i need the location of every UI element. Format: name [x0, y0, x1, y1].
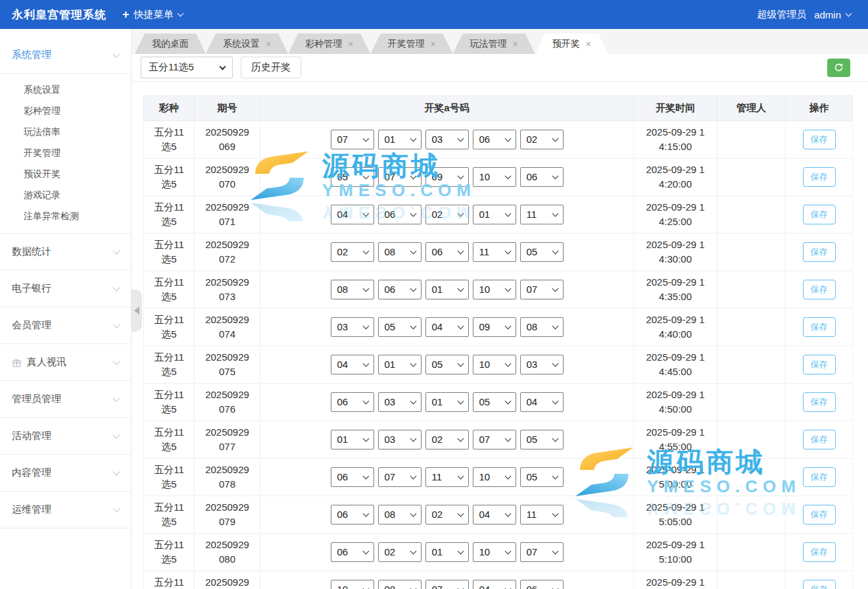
number-select[interactable]: 09 — [473, 317, 516, 337]
number-select[interactable]: 06 — [425, 242, 469, 262]
sidebar-section-1[interactable]: 系统管理 — [0, 37, 131, 74]
number-select[interactable]: 02 — [331, 242, 374, 262]
tab-close-icon[interactable]: × — [266, 39, 271, 49]
sidebar-item-1[interactable]: 系统设置 — [0, 79, 131, 100]
number-select[interactable]: 05 — [331, 167, 374, 187]
tab-3[interactable]: 彩种管理× — [288, 34, 370, 54]
number-select[interactable]: 05 — [520, 242, 564, 262]
tab-close-icon[interactable]: × — [348, 39, 353, 49]
number-select[interactable]: 11 — [520, 505, 564, 525]
sidebar-section-8[interactable]: 内容管理 — [0, 455, 131, 492]
sidebar-item-3[interactable]: 玩法倍率 — [0, 121, 131, 142]
number-select[interactable]: 10 — [473, 167, 516, 187]
number-select[interactable]: 04 — [331, 355, 374, 374]
number-select[interactable]: 04 — [473, 505, 516, 525]
lottery-type-select[interactable]: 五分11选5 — [141, 57, 233, 78]
save-button[interactable]: 保存 — [803, 167, 836, 187]
sidebar-section-7[interactable]: 活动管理 — [0, 418, 131, 455]
save-button[interactable]: 保存 — [803, 580, 836, 589]
number-select[interactable]: 04 — [473, 580, 516, 589]
tab-close-icon[interactable]: × — [513, 39, 518, 49]
save-button[interactable]: 保存 — [803, 505, 836, 525]
number-select[interactable]: 10 — [473, 542, 516, 562]
sidebar-collapse-handle[interactable] — [131, 290, 142, 332]
number-select[interactable]: 04 — [331, 205, 374, 224]
number-select[interactable]: 05 — [520, 467, 564, 487]
tab-6[interactable]: 预开奖× — [535, 34, 608, 54]
sidebar-item-6[interactable]: 游戏记录 — [0, 184, 131, 205]
number-select[interactable]: 02 — [425, 430, 469, 449]
tab-close-icon[interactable]: × — [430, 39, 435, 49]
quick-menu-button[interactable]: + 快捷菜单 — [122, 9, 183, 21]
sidebar-section-4[interactable]: 会员管理 — [0, 307, 131, 344]
number-select[interactable]: 08 — [331, 280, 374, 299]
sidebar-item-2[interactable]: 彩种管理 — [0, 100, 131, 121]
tab-1[interactable]: 我的桌面 — [135, 34, 206, 54]
sidebar-section-6[interactable]: 管理员管理 — [0, 381, 131, 418]
refresh-button[interactable] — [827, 59, 850, 77]
number-select[interactable]: 11 — [473, 242, 516, 262]
number-select[interactable]: 09 — [425, 167, 469, 187]
tab-4[interactable]: 开奖管理× — [370, 34, 452, 54]
number-select[interactable]: 05 — [520, 430, 564, 449]
number-select[interactable]: 08 — [520, 317, 564, 337]
number-select[interactable]: 07 — [378, 467, 422, 487]
number-select[interactable]: 03 — [520, 355, 564, 374]
number-select[interactable]: 06 — [378, 205, 422, 224]
number-select[interactable]: 07 — [331, 130, 374, 149]
number-select[interactable]: 01 — [425, 280, 469, 299]
number-select[interactable]: 06 — [378, 280, 422, 299]
number-select[interactable]: 08 — [378, 242, 422, 262]
number-select[interactable]: 05 — [425, 355, 469, 374]
number-select[interactable]: 11 — [425, 467, 469, 487]
number-select[interactable]: 07 — [425, 580, 469, 589]
tab-2[interactable]: 系统设置× — [206, 34, 288, 54]
number-select[interactable]: 07 — [520, 280, 564, 299]
number-select[interactable]: 10 — [331, 580, 374, 589]
number-select[interactable]: 06 — [520, 167, 564, 187]
tab-close-icon[interactable]: × — [586, 39, 591, 49]
number-select[interactable]: 03 — [378, 430, 422, 449]
save-button[interactable]: 保存 — [803, 317, 836, 337]
number-select[interactable]: 11 — [520, 205, 564, 224]
number-select[interactable]: 05 — [473, 392, 516, 412]
number-select[interactable]: 08 — [378, 580, 422, 589]
sidebar-section-3[interactable]: 电子银行 — [0, 270, 131, 307]
number-select[interactable]: 06 — [331, 467, 374, 487]
save-button[interactable]: 保存 — [803, 467, 836, 487]
number-select[interactable]: 10 — [473, 280, 516, 299]
number-select[interactable]: 01 — [473, 205, 516, 224]
number-select[interactable]: 07 — [378, 167, 422, 187]
number-select[interactable]: 06 — [473, 130, 516, 149]
number-select[interactable]: 02 — [425, 505, 469, 525]
save-button[interactable]: 保存 — [803, 205, 836, 224]
save-button[interactable]: 保存 — [803, 542, 836, 562]
save-button[interactable]: 保存 — [803, 355, 836, 374]
sidebar-section-9[interactable]: 运维管理 — [0, 492, 131, 528]
history-draw-button[interactable]: 历史开奖 — [241, 57, 301, 78]
number-select[interactable]: 03 — [425, 130, 469, 149]
sidebar-item-7[interactable]: 注单异常检测 — [0, 205, 131, 226]
number-select[interactable]: 02 — [425, 205, 469, 224]
number-select[interactable]: 01 — [378, 355, 422, 374]
number-select[interactable]: 01 — [425, 392, 469, 412]
sidebar-item-4[interactable]: 开奖管理 — [0, 142, 131, 163]
sidebar-section-5[interactable]: 真人视讯 — [0, 344, 131, 381]
user-menu[interactable]: admin — [814, 9, 851, 20]
save-button[interactable]: 保存 — [803, 130, 836, 149]
save-button[interactable]: 保存 — [803, 280, 836, 299]
number-select[interactable]: 02 — [520, 130, 564, 149]
sidebar-item-5[interactable]: 预设开奖 — [0, 163, 131, 184]
number-select[interactable]: 07 — [520, 542, 564, 562]
number-select[interactable]: 10 — [473, 467, 516, 487]
number-select[interactable]: 03 — [331, 317, 374, 337]
tab-5[interactable]: 玩法管理× — [453, 34, 535, 54]
number-select[interactable]: 03 — [378, 392, 422, 412]
number-select[interactable]: 06 — [331, 392, 374, 412]
number-select[interactable]: 08 — [378, 505, 422, 525]
number-select[interactable]: 01 — [378, 130, 422, 149]
number-select[interactable]: 06 — [520, 580, 564, 589]
save-button[interactable]: 保存 — [803, 392, 836, 412]
save-button[interactable]: 保存 — [803, 430, 836, 449]
number-select[interactable]: 04 — [425, 317, 469, 337]
